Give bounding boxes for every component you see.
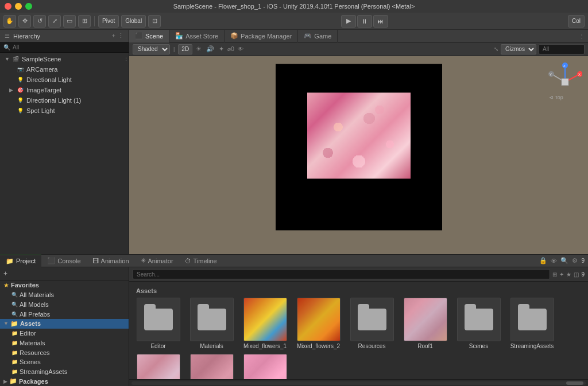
asset-item-editor[interactable]: Editor	[134, 298, 183, 349]
tab-package-manager[interactable]: 📦 Package Manager	[225, 30, 298, 42]
scale-tool-button[interactable]: ⤢	[48, 15, 61, 28]
scene-transform-icon[interactable]: ⤡	[494, 46, 498, 52]
asset-filter-icon[interactable]: ✦	[559, 271, 564, 278]
asset-item-streaming-assets[interactable]: StreamingAssets	[508, 298, 556, 349]
pivot-button[interactable]: Pivot	[98, 15, 119, 28]
col-button[interactable]: Col	[568, 15, 585, 28]
packages-folder-icon: 📁	[9, 377, 17, 385]
packages-label: Packages	[19, 378, 48, 385]
hand-tool-button[interactable]: ✋	[3, 15, 16, 28]
minimize-button[interactable]	[15, 3, 22, 10]
project-add-button[interactable]: +	[3, 270, 7, 278]
pause-button[interactable]: ⏸	[357, 15, 372, 28]
project-tab-icon: 📁	[6, 258, 14, 265]
scene-tabs-menu[interactable]: ⋮	[579, 33, 588, 39]
packages-section[interactable]: ▶ 📁 Packages	[0, 376, 129, 386]
tab-scene[interactable]: ⬛ Scene	[129, 30, 169, 42]
scene-viewport[interactable]: Z X Y ⊲ Top	[129, 56, 588, 254]
hierarchy-search-input[interactable]	[13, 44, 125, 50]
scrollbar-thumb[interactable]	[566, 381, 583, 385]
asset-item-resources[interactable]: Resources	[347, 298, 396, 349]
all-models-search-icon: 🔍	[11, 302, 18, 307]
asset-item-small-3[interactable]	[241, 354, 289, 379]
roof1-image	[404, 298, 447, 341]
favorites-all-prefabs[interactable]: 🔍 All Prefabs	[0, 309, 129, 319]
scene-audio-icon[interactable]: 🔊	[205, 45, 215, 53]
gizmos-dropdown[interactable]: Gizmos	[501, 44, 536, 54]
console-tab-icon: ⬛	[47, 257, 55, 264]
mixed-flowers-2-thumb	[297, 298, 341, 341]
asset-resources[interactable]: 📁 Resources	[0, 348, 129, 357]
gizmo-overlay[interactable]: Z X Y ⊲ Top	[548, 62, 582, 102]
tree-item-spot-light[interactable]: ▶ 💡 Spot Light	[0, 106, 129, 116]
asset-item-small-2[interactable]	[187, 354, 236, 379]
asset-size-indicator: 9	[581, 271, 585, 278]
hierarchy-menu-icon[interactable]: ⋮	[118, 32, 124, 40]
hierarchy-add-icon[interactable]: +	[112, 32, 115, 40]
asset-item-mixed-flowers-1[interactable]: Mixed_flowers_1	[241, 298, 289, 349]
tab-animator[interactable]: ✳ Animator	[135, 255, 179, 267]
asset-star-icon[interactable]: ★	[566, 271, 571, 278]
asset-slider-icon[interactable]: ◫	[574, 271, 579, 278]
resources-folder-icon: 📁	[11, 350, 18, 356]
tree-item-arcamera[interactable]: ▶ 📷 ARCamera	[0, 64, 129, 75]
asset-view-icon[interactable]: ⊞	[552, 271, 557, 278]
camera-icon: 📷	[16, 65, 24, 73]
shading-dropdown[interactable]: Shaded	[133, 44, 170, 54]
imagetarget-icon: 🎯	[16, 86, 24, 94]
asset-item-mixed-flowers-2[interactable]: Mixed_flowers_2	[294, 298, 343, 349]
scenes-thumb	[457, 298, 501, 341]
tab-project[interactable]: 📁 Project	[0, 255, 41, 267]
tree-item-directional-light-1[interactable]: ▶ 💡 Directional Light (1)	[0, 95, 129, 106]
play-button[interactable]: ▶	[341, 15, 356, 28]
tab-timeline[interactable]: ⏱ Timeline	[179, 255, 223, 267]
asset-search-input[interactable]	[133, 269, 550, 279]
editor-folder-icon: 📁	[11, 330, 18, 336]
tree-item-directional-light[interactable]: ▶ 💡 Directional Light	[0, 75, 129, 85]
scene-light-icon[interactable]: ☀	[195, 45, 203, 53]
scene-search-input[interactable]	[539, 44, 585, 54]
samplescene-menu-icon[interactable]: ⋮	[123, 56, 129, 62]
move-tool-button[interactable]: ✥	[18, 15, 31, 28]
transform-tool-button[interactable]: ⊞	[78, 15, 91, 28]
small-3-image	[244, 354, 287, 379]
tree-label-directional-light-1: Directional Light (1)	[26, 97, 81, 104]
asset-materials[interactable]: 📁 Materials	[0, 338, 129, 348]
tree-item-samplescene[interactable]: ▼ 🎬 SampleScene ⋮	[0, 54, 129, 64]
assets-arrow-icon: ▼	[3, 321, 9, 326]
asset-item-materials[interactable]: Materials	[187, 298, 236, 349]
scene-fx-icon[interactable]: ✦	[218, 45, 225, 53]
asset-scenes[interactable]: 📁 Scenes	[0, 357, 129, 367]
assets-section[interactable]: ▼ 📁 Assets	[0, 319, 129, 329]
search-icon-bottom[interactable]: 🔍	[560, 257, 568, 264]
2d-button[interactable]: 2D	[178, 44, 192, 54]
favorites-all-models[interactable]: 🔍 All Models	[0, 299, 129, 309]
lock-icon[interactable]: 🔒	[539, 257, 547, 264]
asset-item-scenes[interactable]: Scenes	[454, 298, 503, 349]
maximize-button[interactable]	[25, 3, 32, 10]
eye-icon[interactable]: 👁	[551, 258, 557, 264]
tab-animation[interactable]: 🎞 Animation	[87, 255, 135, 267]
snap-button[interactable]: ⊡	[148, 15, 161, 28]
rotate-tool-button[interactable]: ↺	[33, 15, 46, 28]
step-button[interactable]: ⏭	[373, 15, 388, 28]
asset-editor[interactable]: 📁 Editor	[0, 329, 129, 338]
tree-item-imagetarget[interactable]: ▶ 🎯 ImageTarget	[0, 85, 129, 95]
favorites-section[interactable]: ★ Favorites	[0, 280, 129, 290]
tab-game[interactable]: 🎮 Game	[298, 30, 338, 42]
asset-item-small-1[interactable]	[134, 354, 183, 379]
asset-grid-bottom-row	[134, 352, 583, 379]
asset-grid-container: Assets Editor Materials	[129, 282, 588, 379]
rect-tool-button[interactable]: ▭	[63, 15, 76, 28]
favorites-all-materials[interactable]: 🔍 All Materials	[0, 290, 129, 300]
tab-console[interactable]: ⬛ Console	[41, 255, 86, 267]
scrollbar-track[interactable]	[131, 381, 586, 385]
asset-item-roof1[interactable]: Roof1	[401, 298, 450, 349]
scene-right-controls: ⤡ Gizmos	[494, 44, 585, 54]
tab-asset-store[interactable]: 🏪 Asset Store	[169, 30, 225, 42]
global-button[interactable]: Global	[121, 15, 146, 28]
close-button[interactable]	[5, 3, 11, 10]
settings-icon-bottom[interactable]: ⚙	[572, 257, 578, 264]
scene-hidden-icon[interactable]: 👁	[237, 46, 245, 52]
asset-streaming-assets[interactable]: 📁 StreamingAssets	[0, 367, 129, 377]
